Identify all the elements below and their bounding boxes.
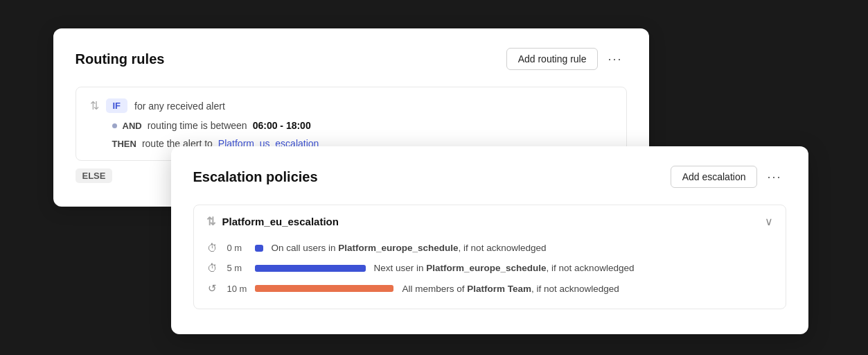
repeat-icon: ↺	[206, 282, 219, 295]
escalation-step-3: ↺ 10 m All members of Platform Team, if …	[206, 278, 773, 299]
drag-handle-icon[interactable]: ⇅	[90, 99, 99, 112]
step-1-time: 0 m	[227, 243, 247, 253]
step-1-description: On call users in Platform_europe_schedul…	[272, 243, 773, 253]
step-2-bar	[255, 265, 366, 272]
escalation-step-1: ⏱ 0 m On call users in Platform_europe_s…	[206, 238, 773, 258]
then-badge: THEN	[112, 139, 136, 149]
escalation-header: Escalation policies Add escalation ···	[193, 166, 786, 188]
step-2-description: Next user in Platform_europe_schedule, i…	[374, 263, 773, 273]
step-3-schedule: Platform Team	[467, 284, 531, 294]
escalation-policy-name: ⇅ Platform_eu_escalation	[206, 215, 339, 228]
step-3-description: All members of Platform Team, if not ack…	[402, 284, 772, 294]
escalation-title: Escalation policies	[193, 169, 318, 185]
scene: Routing rules Add routing rule ··· ⇅ IF …	[53, 28, 815, 327]
clock-icon-1: ⏱	[206, 242, 219, 254]
chevron-down-icon[interactable]: ∨	[765, 215, 773, 228]
escalation-policy-item: ⇅ Platform_eu_escalation ∨ ⏱ 0 m On call…	[193, 205, 786, 309]
routing-more-button[interactable]: ···	[603, 49, 626, 69]
step-2-time: 5 m	[227, 263, 247, 273]
escalation-actions: Add escalation ···	[671, 166, 786, 188]
policy-name-text: Platform_eu_escalation	[222, 216, 339, 227]
routing-actions: Add routing rule ···	[506, 48, 627, 70]
if-text: for any received alert	[134, 101, 225, 112]
escalation-step-2: ⏱ 5 m Next user in Platform_europe_sched…	[206, 258, 773, 278]
step-1-schedule: Platform_europe_schedule	[338, 243, 458, 253]
rule-and-row: AND routing time is between 06:00 - 18:0…	[112, 120, 612, 131]
rule-if-row: ⇅ IF for any received alert	[90, 98, 612, 113]
and-badge: AND	[123, 121, 142, 131]
time-range: 06:00 - 18:00	[253, 120, 311, 131]
routing-title: Routing rules	[76, 51, 165, 67]
add-escalation-button[interactable]: Add escalation	[671, 166, 758, 188]
escalation-policies-card: Escalation policies Add escalation ··· ⇅…	[171, 146, 808, 334]
escalation-policy-header: ⇅ Platform_eu_escalation ∨	[206, 215, 773, 228]
step-2-schedule: Platform_europe_schedule	[426, 263, 546, 273]
step-1-bar	[255, 245, 263, 252]
and-condition-text: routing time is between	[148, 120, 247, 131]
escalation-more-button[interactable]: ···	[763, 167, 786, 187]
step-3-bar	[255, 285, 393, 292]
routing-header: Routing rules Add routing rule ···	[76, 48, 627, 70]
step-2-bar-container	[255, 265, 366, 272]
if-badge: IF	[106, 98, 128, 113]
else-badge: ELSE	[76, 168, 113, 183]
add-routing-rule-button[interactable]: Add routing rule	[506, 48, 599, 70]
and-dot	[112, 123, 117, 128]
step-3-bar-container	[255, 285, 393, 292]
clock-icon-2: ⏱	[206, 262, 219, 274]
step-3-time: 10 m	[227, 284, 247, 294]
step-1-bar-container	[255, 245, 263, 252]
policy-drag-handle-icon[interactable]: ⇅	[206, 215, 215, 228]
